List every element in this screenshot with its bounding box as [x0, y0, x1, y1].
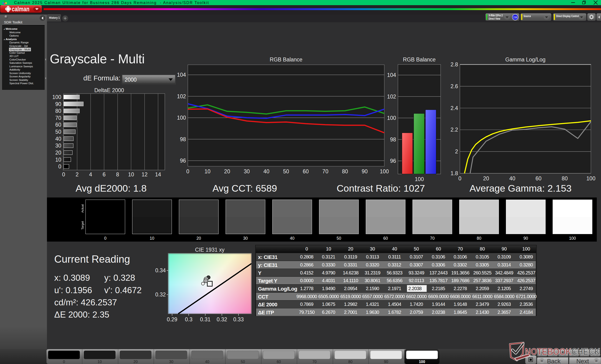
svg-text:0.31: 0.31: [200, 316, 210, 323]
svg-text:10: 10: [55, 157, 61, 163]
svg-text:100: 100: [177, 115, 186, 121]
svg-text:0: 0: [58, 163, 61, 170]
svg-text:Gamma Log/Log: Gamma Log/Log: [505, 57, 545, 63]
svg-text:80: 80: [342, 168, 348, 174]
svg-text:CHECK: CHECK: [571, 346, 600, 357]
svg-text:90: 90: [362, 168, 368, 174]
svg-text:20: 20: [483, 175, 489, 182]
svg-text:CIE 1931 xy: CIE 1931 xy: [195, 247, 225, 253]
svg-text:100: 100: [586, 175, 595, 182]
svg-text:98: 98: [390, 136, 396, 143]
svg-text:0: 0: [186, 168, 190, 174]
svg-text:102: 102: [177, 93, 186, 99]
svg-text:40: 40: [509, 175, 515, 182]
svg-text:238: 238: [513, 16, 517, 19]
svg-text:4: 4: [89, 172, 92, 178]
svg-text:30: 30: [55, 143, 61, 149]
svg-text:RGB Balance: RGB Balance: [403, 57, 435, 63]
svg-text:40: 40: [263, 168, 270, 174]
svg-text:96: 96: [180, 158, 186, 164]
svg-text:DeltaE 2000: DeltaE 2000: [94, 87, 124, 93]
svg-text:60: 60: [303, 168, 309, 174]
svg-text:RGB Balance: RGB Balance: [270, 57, 302, 63]
svg-text:0.32: 0.32: [217, 316, 227, 323]
svg-text:10: 10: [204, 168, 210, 174]
svg-text:102: 102: [387, 94, 396, 100]
svg-text:0.3: 0.3: [185, 316, 192, 323]
svg-text:0.34: 0.34: [155, 267, 166, 273]
svg-text:2.6: 2.6: [451, 83, 458, 89]
svg-text:70: 70: [322, 168, 329, 174]
svg-text:2.2: 2.2: [451, 127, 458, 133]
svg-text:0: 0: [459, 175, 461, 182]
svg-text:98: 98: [180, 136, 186, 142]
svg-text:60: 60: [55, 122, 61, 128]
svg-text:96: 96: [390, 158, 396, 164]
svg-text:80: 80: [562, 175, 568, 182]
svg-text:60: 60: [535, 175, 541, 182]
svg-text:10: 10: [128, 172, 134, 178]
svg-text:14: 14: [155, 172, 161, 178]
svg-text:80: 80: [55, 108, 61, 114]
svg-text:2.8: 2.8: [451, 61, 458, 67]
svg-text:0: 0: [62, 172, 65, 178]
svg-text:NOTEBOOK: NOTEBOOK: [525, 346, 571, 357]
svg-text:8: 8: [116, 172, 119, 178]
svg-text:2: 2: [455, 148, 458, 154]
svg-text:0.33: 0.33: [233, 316, 244, 323]
svg-text:0.29: 0.29: [167, 316, 178, 323]
svg-text:0.32: 0.32: [155, 292, 166, 298]
svg-text:100: 100: [387, 115, 396, 121]
svg-text:6: 6: [103, 172, 106, 178]
svg-text:50: 50: [283, 168, 289, 174]
svg-text:2: 2: [76, 172, 79, 178]
svg-text:1.8: 1.8: [451, 170, 458, 176]
svg-text:104: 104: [177, 72, 186, 78]
svg-text:2.4: 2.4: [451, 105, 458, 111]
svg-text:40: 40: [55, 136, 61, 142]
svg-text:100: 100: [52, 94, 61, 100]
svg-text:20: 20: [55, 150, 61, 156]
svg-text:100: 100: [415, 176, 424, 182]
svg-text:12: 12: [141, 172, 148, 178]
svg-text:20: 20: [224, 168, 230, 174]
svg-text:104: 104: [387, 72, 396, 78]
svg-text:50: 50: [55, 129, 61, 135]
svg-text:70: 70: [55, 115, 61, 121]
svg-text:30: 30: [244, 168, 250, 174]
svg-text:90: 90: [55, 101, 61, 107]
